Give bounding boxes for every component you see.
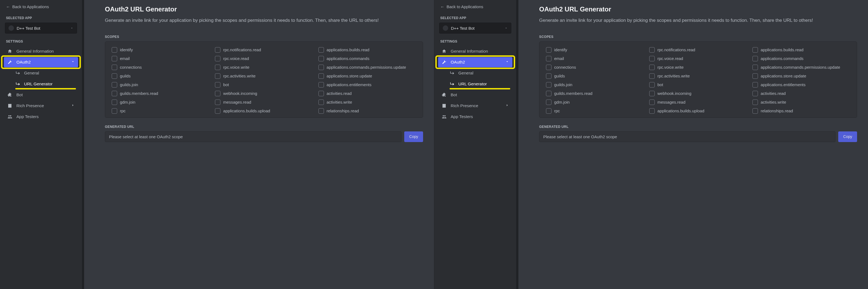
scope-label: applications.builds.upload <box>223 109 270 113</box>
scope-label: connections <box>120 65 142 70</box>
scope-label: messages.read <box>223 100 251 105</box>
scope-checkbox[interactable]: gdm.join <box>112 100 210 105</box>
scope-checkbox[interactable]: rpc.voice.write <box>215 65 313 70</box>
scope-label: applications.store.update <box>761 74 806 78</box>
scope-checkbox[interactable]: identify <box>112 47 210 52</box>
scope-checkbox[interactable]: activities.write <box>318 100 416 105</box>
arrow-left-icon: ← <box>6 4 10 9</box>
scope-checkbox[interactable]: applications.entitlements <box>752 82 850 87</box>
scope-checkbox[interactable]: email <box>112 56 210 61</box>
checkbox-icon <box>752 91 758 96</box>
back-to-applications-link[interactable]: ← Back to Applications <box>436 3 514 12</box>
people-icon <box>441 114 447 119</box>
scope-checkbox[interactable]: rpc <box>546 108 644 114</box>
scope-checkbox[interactable]: messages.read <box>215 100 313 105</box>
generated-url-field[interactable]: Please select at least one OAuth2 scope <box>539 132 836 142</box>
sidebar-item-app-testers[interactable]: App Testers <box>438 111 513 122</box>
scope-checkbox[interactable]: rpc <box>112 108 210 114</box>
app-selector[interactable]: D++ Test Bot <box>439 23 511 34</box>
scope-checkbox[interactable]: applications.commands <box>752 56 850 61</box>
scope-checkbox[interactable]: connections <box>546 65 644 70</box>
sidebar-item-bot[interactable]: Bot <box>438 90 513 100</box>
checkbox-icon <box>318 91 324 96</box>
generated-url-placeholder: Please select at least one OAuth2 scope <box>109 135 183 139</box>
scope-label: email <box>554 56 564 61</box>
generated-url-placeholder: Please select at least one OAuth2 scope <box>543 135 617 139</box>
scope-checkbox[interactable]: bot <box>649 82 747 87</box>
scope-checkbox[interactable]: rpc.voice.read <box>649 56 747 61</box>
scope-checkbox[interactable]: guilds <box>112 73 210 79</box>
checkbox-icon <box>546 65 552 70</box>
scope-checkbox[interactable]: relationships.read <box>318 108 416 114</box>
sidebar-item-label: Bot <box>451 93 457 97</box>
checkbox-icon <box>112 65 117 70</box>
back-label: Back to Applications <box>12 4 49 9</box>
scope-checkbox[interactable]: applications.commands.permissions.update <box>318 65 416 70</box>
scope-checkbox[interactable]: relationships.read <box>752 108 850 114</box>
scope-checkbox[interactable]: rpc.notifications.read <box>215 47 313 52</box>
scope-checkbox[interactable]: applications.commands.permissions.update <box>752 65 850 70</box>
generated-url-label: GENERATED URL <box>105 125 423 129</box>
sidebar-item-rich-presence[interactable]: Rich Presence <box>438 101 513 111</box>
chevron-down-icon <box>71 60 75 65</box>
scope-checkbox[interactable]: applications.store.update <box>318 73 416 79</box>
sidebar-item-app-testers[interactable]: App Testers <box>4 111 78 122</box>
sidebar-item-oauth2[interactable]: OAuth2 <box>438 57 513 67</box>
scope-label: messages.read <box>657 100 686 105</box>
scope-checkbox[interactable]: applications.builds.upload <box>215 108 313 114</box>
scope-checkbox[interactable]: activities.read <box>752 91 850 96</box>
sidebar-sub-oauth2-general[interactable]: General <box>438 68 513 78</box>
scope-checkbox[interactable]: rpc.activities.write <box>215 73 313 79</box>
scope-checkbox[interactable]: bot <box>215 82 313 87</box>
sidebar-scroll-gutter <box>516 0 518 289</box>
checkbox-icon <box>112 47 117 52</box>
scope-checkbox[interactable]: messages.read <box>649 100 747 105</box>
scope-checkbox[interactable]: webhook.incoming <box>215 91 313 96</box>
sidebar-item-label: URL Generator <box>24 81 53 86</box>
copy-button[interactable]: Copy <box>838 132 857 142</box>
back-to-applications-link[interactable]: ← Back to Applications <box>2 3 80 12</box>
copy-button[interactable]: Copy <box>404 132 423 142</box>
sub-arrow-icon <box>450 70 455 76</box>
sidebar: ← Back to Applications SELECTED APP D++ … <box>434 0 516 289</box>
sidebar-item-label: URL Generator <box>458 81 487 86</box>
scope-checkbox[interactable]: rpc.notifications.read <box>649 47 747 52</box>
sidebar-item-bot[interactable]: Bot <box>4 90 78 100</box>
scope-checkbox[interactable]: applications.builds.upload <box>649 108 747 114</box>
checkbox-icon <box>752 56 758 61</box>
scope-label: relationships.read <box>327 109 359 113</box>
scope-checkbox[interactable]: gdm.join <box>546 100 644 105</box>
scope-checkbox[interactable]: applications.store.update <box>752 73 850 79</box>
scope-label: gdm.join <box>554 100 570 105</box>
sidebar-item-oauth2[interactable]: OAuth2 <box>4 57 78 67</box>
scope-checkbox[interactable]: rpc.activities.write <box>649 73 747 79</box>
scope-checkbox[interactable]: guilds <box>546 73 644 79</box>
scope-checkbox[interactable]: activities.read <box>318 91 416 96</box>
scope-checkbox[interactable]: applications.entitlements <box>318 82 416 87</box>
scope-checkbox[interactable]: identify <box>546 47 644 52</box>
app-selector[interactable]: D++ Test Bot <box>5 23 77 34</box>
scope-checkbox[interactable]: guilds.members.read <box>546 91 644 96</box>
scope-checkbox[interactable]: activities.write <box>752 100 850 105</box>
scopes-panel: identifyrpc.notifications.readapplicatio… <box>539 41 857 118</box>
scope-checkbox[interactable]: email <box>546 56 644 61</box>
scope-checkbox[interactable]: applications.builds.read <box>318 47 416 52</box>
sidebar-item-general-information[interactable]: General Information <box>438 46 513 57</box>
sidebar-sub-oauth2-url-generator[interactable]: URL Generator <box>438 79 513 89</box>
scope-checkbox[interactable]: webhook.incoming <box>649 91 747 96</box>
scope-checkbox[interactable]: guilds.members.read <box>112 91 210 96</box>
sidebar-item-general-information[interactable]: General Information <box>4 46 78 57</box>
sidebar-sub-oauth2-general[interactable]: General <box>4 68 78 78</box>
scope-checkbox[interactable]: rpc.voice.read <box>215 56 313 61</box>
scope-checkbox[interactable]: connections <box>112 65 210 70</box>
sidebar-item-rich-presence[interactable]: Rich Presence <box>4 101 78 111</box>
scope-label: guilds <box>554 74 565 78</box>
scope-checkbox[interactable]: applications.commands <box>318 56 416 61</box>
scope-checkbox[interactable]: rpc.voice.write <box>649 65 747 70</box>
sidebar-sub-oauth2-url-generator[interactable]: URL Generator <box>4 79 78 89</box>
generated-url-field[interactable]: Please select at least one OAuth2 scope <box>105 132 402 142</box>
scope-checkbox[interactable]: guilds.join <box>112 82 210 87</box>
scope-checkbox[interactable]: guilds.join <box>546 82 644 87</box>
settings-label: SETTINGS <box>2 36 80 45</box>
scope-checkbox[interactable]: applications.builds.read <box>752 47 850 52</box>
